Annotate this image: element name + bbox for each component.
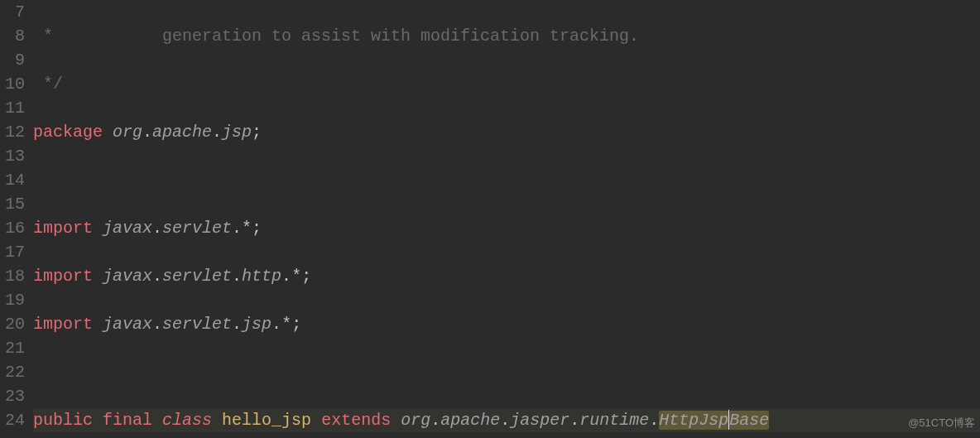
- punct: ;: [252, 123, 262, 142]
- code-line[interactable]: import javax.servlet.jsp.*;: [33, 312, 980, 336]
- line-number: 10: [0, 72, 25, 96]
- line-number: 20: [0, 312, 25, 336]
- identifier: servlet: [162, 315, 232, 334]
- line-number: 19: [0, 288, 25, 312]
- punct: .: [271, 315, 281, 334]
- line-number: 23: [0, 384, 25, 408]
- punct: .: [152, 219, 162, 238]
- code-line[interactable]: * generation to assist with modification…: [33, 24, 980, 48]
- keyword: package: [33, 123, 103, 142]
- code-line[interactable]: import javax.servlet.http.*;: [33, 264, 980, 288]
- punct: ;: [301, 267, 311, 286]
- punct: .: [500, 411, 510, 430]
- line-number: 9: [0, 48, 25, 72]
- identifier: servlet: [162, 267, 232, 286]
- punct: *: [291, 267, 301, 286]
- code-line[interactable]: */: [33, 72, 980, 96]
- line-number: 16: [0, 216, 25, 240]
- punct: .: [430, 411, 440, 430]
- comment-text: * generation to assist with modification…: [33, 26, 639, 46]
- line-number: 15: [0, 192, 25, 216]
- keyword: class: [162, 411, 212, 430]
- line-number: 18: [0, 264, 25, 288]
- line-number: 11: [0, 96, 25, 120]
- punct: .: [152, 267, 162, 286]
- identifier: http: [242, 267, 281, 286]
- punct: .: [232, 267, 242, 286]
- code-area[interactable]: * generation to assist with modification…: [33, 0, 980, 438]
- line-number: 7: [0, 0, 25, 24]
- punct: *: [281, 315, 291, 334]
- type: org: [401, 411, 430, 430]
- type-highlight: Base: [729, 411, 769, 430]
- watermark-text: @51CTO博客: [908, 411, 975, 435]
- code-line[interactable]: [33, 360, 980, 384]
- keyword: import: [33, 267, 93, 286]
- identifier: javax: [103, 315, 152, 334]
- code-line[interactable]: import javax.servlet.*;: [33, 216, 980, 240]
- identifier: jsp: [222, 123, 252, 142]
- line-number-gutter: 7 8 9 10 11 12 13 14 15 16 17 18 19 20 2…: [0, 0, 33, 438]
- punct: ;: [291, 315, 301, 334]
- identifier: javax: [103, 267, 152, 286]
- identifier: javax: [103, 219, 152, 238]
- punct: .: [649, 411, 659, 430]
- punct: .: [142, 123, 152, 142]
- code-line[interactable]: package org.apache.jsp;: [33, 120, 980, 144]
- line-number: 17: [0, 240, 25, 264]
- keyword: import: [33, 219, 93, 238]
- punct: .: [152, 315, 162, 334]
- class-name: hello_jsp: [222, 411, 311, 430]
- code-line-active[interactable]: public final class hello_jsp extends org…: [33, 408, 980, 432]
- identifier: jsp: [242, 315, 271, 334]
- line-number: 24: [0, 408, 25, 432]
- line-number: 8: [0, 24, 25, 48]
- keyword: extends: [321, 411, 391, 430]
- punct: *: [242, 219, 252, 238]
- code-editor[interactable]: 7 8 9 10 11 12 13 14 15 16 17 18 19 20 2…: [0, 0, 980, 438]
- identifier: org: [113, 123, 142, 142]
- identifier: apache: [152, 123, 212, 142]
- type: runtime: [579, 411, 649, 430]
- line-number: 14: [0, 168, 25, 192]
- line-number: 25: [0, 432, 25, 438]
- line-number: 21: [0, 336, 25, 360]
- keyword: public: [33, 411, 93, 430]
- line-number: 13: [0, 144, 25, 168]
- punct: .: [212, 123, 222, 142]
- comment-text: */: [33, 75, 63, 94]
- line-number: 22: [0, 360, 25, 384]
- punct: .: [569, 411, 579, 430]
- identifier: servlet: [162, 219, 232, 238]
- keyword: import: [33, 315, 93, 334]
- code-line[interactable]: [33, 168, 980, 192]
- punct: .: [232, 219, 242, 238]
- punct: .: [281, 267, 291, 286]
- text-cursor: [728, 410, 729, 430]
- line-number: 12: [0, 120, 25, 144]
- keyword: final: [103, 411, 152, 430]
- type: apache: [440, 411, 500, 430]
- punct: ;: [252, 219, 262, 238]
- type-highlight: HttpJsp: [659, 411, 728, 430]
- type: jasper: [510, 411, 569, 430]
- punct: .: [232, 315, 242, 334]
